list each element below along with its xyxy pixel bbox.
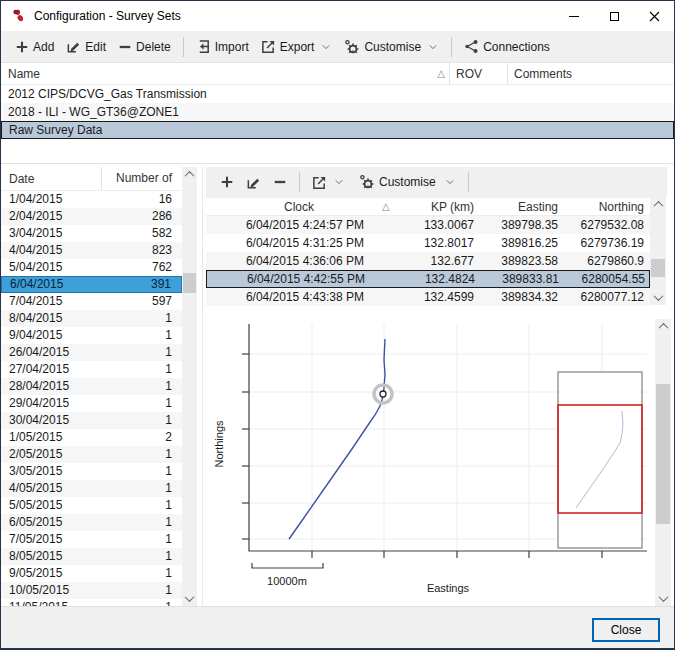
scale-bar-label: 10000m (267, 575, 307, 587)
date-row[interactable]: 2/04/2015286 (1, 208, 182, 225)
survey-row[interactable]: 2012 CIPS/DCVG_Gas Transmission (1, 85, 674, 103)
date-row[interactable]: 4/05/20151 (1, 480, 182, 497)
column-header-date[interactable]: Date (1, 172, 101, 186)
dates-panel: Date Number of Entries 1/04/201516 2/04/… (1, 167, 198, 606)
date-row[interactable]: 26/04/20151 (1, 344, 182, 361)
date-row[interactable]: 1/05/20152 (1, 429, 182, 446)
date-row[interactable]: 8/04/20151 (1, 310, 182, 327)
column-header-northing[interactable]: Northing (564, 200, 650, 214)
data-customise-button[interactable]: Customise (353, 170, 442, 194)
chart-overview-inset (558, 372, 642, 548)
date-row[interactable]: 2/05/20151 (1, 446, 182, 463)
date-row[interactable]: 7/05/20151 (1, 531, 182, 548)
connections-button[interactable]: Connections (458, 35, 556, 58)
date-row[interactable]: 7/04/2015597 (1, 293, 182, 310)
scrollbar-thumb[interactable] (656, 384, 670, 524)
scroll-up-button[interactable] (182, 167, 197, 182)
date-row[interactable]: 9/05/20151 (1, 565, 182, 582)
survey-track-chart[interactable]: 10000m Eastings Northings (206, 316, 656, 606)
scroll-down-button[interactable] (182, 591, 197, 606)
add-button[interactable]: Add (9, 36, 60, 58)
column-header-entries[interactable]: Number of Entries (101, 167, 182, 190)
scroll-down-button[interactable] (650, 290, 666, 305)
y-axis-label: Northings (213, 420, 225, 468)
customise-dropdown-chevron-icon[interactable] (446, 178, 454, 186)
data-edit-button[interactable] (240, 171, 267, 194)
column-header-kp[interactable]: KP (km) (392, 200, 480, 214)
pencil-icon (246, 175, 261, 190)
export-dropdown-chevron-icon[interactable] (335, 178, 343, 186)
data-export-button[interactable] (306, 171, 333, 194)
column-header-name[interactable]: Name (8, 67, 40, 81)
date-row[interactable]: 5/04/2015762 (1, 259, 182, 276)
connections-icon (464, 39, 479, 54)
edit-button[interactable]: Edit (60, 35, 112, 58)
date-row[interactable]: 30/04/20151 (1, 412, 182, 429)
customise-dropdown-chevron-icon[interactable] (429, 43, 437, 51)
import-button[interactable]: Import (190, 35, 255, 58)
export-dropdown-chevron-icon[interactable] (322, 43, 330, 51)
close-window-button[interactable] (634, 1, 674, 31)
edit-label: Edit (85, 40, 106, 54)
customise-button[interactable]: Customise (338, 35, 427, 59)
date-row[interactable]: 29/04/20151 (1, 395, 182, 412)
date-row[interactable]: 1/04/201516 (1, 191, 182, 208)
export-icon (312, 175, 327, 190)
customise-label: Customise (364, 40, 421, 54)
scrollbar-thumb[interactable] (183, 273, 196, 293)
close-button[interactable]: Close (592, 618, 660, 642)
scroll-up-button[interactable] (650, 197, 666, 212)
gear-icon (359, 174, 375, 190)
date-row[interactable]: 11/05/20151 (1, 599, 182, 606)
column-header-clock[interactable]: Clock (206, 200, 392, 214)
title-bar: Configuration - Survey Sets (1, 1, 674, 31)
column-header-rov[interactable]: ROV (449, 63, 507, 84)
date-row[interactable]: 8/05/20151 (1, 548, 182, 565)
chevron-up-icon (185, 171, 195, 181)
date-row[interactable]: 6/05/20151 (1, 514, 182, 531)
data-delete-button[interactable] (267, 171, 293, 193)
scrollbar-thumb[interactable] (651, 259, 665, 277)
main-toolbar: Add Edit Delete Import Expor (1, 31, 674, 63)
data-row[interactable]: 6/04/2015 4:36:06 PM132.677389823.586279… (206, 252, 650, 270)
minimize-icon (569, 16, 579, 17)
date-row[interactable]: 27/04/20151 (1, 361, 182, 378)
data-row[interactable]: 6/04/2015 4:24:57 PM133.0067389798.35627… (206, 216, 650, 234)
export-icon (261, 39, 276, 54)
vertical-splitter[interactable] (202, 167, 203, 606)
dates-scrollbar[interactable] (182, 167, 197, 606)
data-add-button[interactable] (214, 171, 240, 193)
horizontal-splitter[interactable] (1, 163, 674, 164)
date-row[interactable]: 9/04/20151 (1, 327, 182, 344)
data-table-scrollbar[interactable] (650, 197, 666, 305)
column-header-comments[interactable]: Comments (507, 63, 674, 84)
column-header-easting[interactable]: Easting (480, 200, 564, 214)
chevron-down-icon (653, 291, 663, 301)
date-row[interactable]: 5/05/20151 (1, 497, 182, 514)
selected-point-marker[interactable] (374, 385, 392, 403)
minimize-button[interactable] (554, 1, 594, 31)
chart-scrollbar[interactable] (655, 319, 671, 606)
import-label: Import (215, 40, 249, 54)
data-row[interactable]: 6/04/2015 4:31:25 PM132.8017389816.25627… (206, 234, 650, 252)
maximize-icon (610, 12, 619, 21)
survey-row-selected[interactable]: Raw Survey Data (1, 121, 674, 139)
date-row[interactable]: 28/04/20151 (1, 378, 182, 395)
date-row-selected[interactable]: 6/04/2015391 (1, 276, 182, 293)
maximize-button[interactable] (594, 1, 634, 31)
survey-row[interactable]: 2018 - ILI - WG_GT36@ZONE1 (1, 103, 674, 121)
footer-bar: Close (1, 606, 674, 650)
data-row[interactable]: 6/04/2015 4:43:38 PM132.4599389834.32628… (206, 288, 650, 306)
date-row[interactable]: 4/04/2015823 (1, 242, 182, 259)
connections-label: Connections (483, 40, 550, 54)
toolbar-separator (468, 172, 469, 192)
date-row[interactable]: 10/05/20151 (1, 582, 182, 599)
scroll-down-button[interactable] (655, 591, 671, 606)
scroll-up-button[interactable] (655, 319, 671, 334)
date-row[interactable]: 3/04/2015582 (1, 225, 182, 242)
export-button[interactable]: Export (255, 35, 321, 58)
date-row[interactable]: 3/05/20151 (1, 463, 182, 480)
delete-button[interactable]: Delete (112, 36, 177, 58)
data-row-selected[interactable]: 6/04/2015 4:42:55 PM132.4824389833.81628… (206, 270, 650, 288)
plus-icon (15, 40, 29, 54)
